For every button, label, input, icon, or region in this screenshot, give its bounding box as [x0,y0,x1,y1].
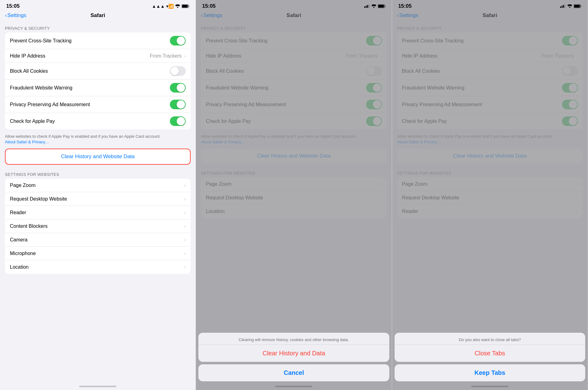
chevron-reader-1: › [184,210,186,215]
websites-group-1: Page Zoom › Request Desktop Website › Re… [5,179,191,274]
row-content-blockers-1[interactable]: Content Blockers › [5,219,191,233]
status-time-1: 15:05 [6,3,19,9]
chevron-hide-ip-1: › [184,53,186,59]
row-reader-1[interactable]: Reader › [5,206,191,219]
privacy-group-1: Prevent Cross-Site Tracking Hide IP Addr… [5,32,191,129]
home-indicator-1 [0,384,196,390]
row-location-1[interactable]: Location › [5,260,191,274]
svg-rect-2 [182,5,188,7]
row-hide-ip-1[interactable]: Hide IP Address From Trackers › [5,49,191,63]
section-header-websites-1: SETTINGS FOR WEBSITES [0,167,196,179]
label-hide-ip-1: Hide IP Address [10,53,150,59]
scroll-area-1[interactable]: PRIVACY & SECURITY Prevent Cross-Site Tr… [0,21,196,384]
close-tabs-btn-3[interactable]: Close Tabs [395,345,585,362]
status-icons-1: ▲▲▲ ▾📶 [152,4,190,9]
back-button-1[interactable]: ‹ Settings [5,12,26,19]
action-sheet-3: Do you also want to close all tabs? Clos… [392,333,588,390]
action-sheet-2: Clearing will remove history, cookies an… [196,333,391,390]
toggle-privacy-ad-1[interactable] [170,100,186,109]
value-hide-ip-1: From Trackers [150,53,182,59]
label-content-blockers-1: Content Blockers [10,223,183,229]
clear-history-data-btn-2[interactable]: Clear History and Data [198,345,389,362]
chevron-camera-1: › [184,237,186,243]
action-sheet-cancel-2: Cancel [198,364,389,381]
back-chevron-1: ‹ [5,12,7,19]
action-sheet-card-2: Clearing will remove history, cookies an… [198,333,389,362]
action-sheet-message-2: Clearing will remove history, cookies an… [198,333,389,344]
chevron-page-zoom-1: › [184,183,186,188]
signal-icon-1: ▲▲▲ [152,4,165,9]
toggle-prevent-tracking-1[interactable] [170,36,186,46]
row-request-desktop-1[interactable]: Request Desktop Website › [5,192,191,206]
label-location-1: Location [10,264,183,270]
toggle-fraud-warning-1[interactable] [170,83,186,93]
footnote-link-1[interactable]: About Safari & Privacy… [5,140,49,144]
row-microphone-1[interactable]: Microphone › [5,247,191,260]
label-privacy-ad-1: Privacy Preserving Ad Measurement [10,102,170,107]
battery-icon-1 [182,4,189,8]
label-page-zoom-1: Page Zoom [10,183,183,188]
row-page-zoom-1[interactable]: Page Zoom › [5,179,191,192]
chevron-content-blockers-1: › [184,223,186,229]
label-reader-1: Reader [10,210,183,215]
action-sheet-overlay-2: Clearing will remove history, cookies an… [196,0,391,390]
keep-tabs-btn-3[interactable]: Keep Tabs [395,364,585,381]
footnote-1: Allow websites to check if Apple Pay is … [0,132,196,147]
toggle-apple-pay-1[interactable] [170,116,186,126]
row-camera-1[interactable]: Camera › [5,233,191,247]
panel-3: 15:05 ‹ Settings Safari [392,0,588,390]
back-label-1: Settings [7,12,26,19]
panel-2: 15:05 ‹ Settings Safari [196,0,392,390]
label-microphone-1: Microphone [10,251,183,256]
chevron-request-desktop-1: › [184,196,186,202]
label-block-cookies-1: Block All Cookies [10,68,170,74]
cancel-btn-2[interactable]: Cancel [198,364,389,381]
label-camera-1: Camera [10,237,183,243]
svg-rect-1 [189,6,190,7]
wifi-icon-svg-1 [175,4,180,8]
row-fraud-warning-1: Fraudulent Website Warning [5,80,191,96]
chevron-location-1: › [184,264,186,270]
row-privacy-ad-1: Privacy Preserving Ad Measurement [5,96,191,113]
home-bar-1 [79,386,116,387]
nav-title-1: Safari [91,12,105,19]
row-prevent-tracking-1: Prevent Cross-Site Tracking [5,32,191,49]
label-fraud-warning-1: Fraudulent Website Warning [10,85,170,91]
action-sheet-card-3: Do you also want to close all tabs? Clos… [395,333,585,362]
label-request-desktop-1: Request Desktop Website [10,196,183,202]
toggle-block-cookies-1[interactable] [170,66,186,76]
clear-history-btn-1[interactable]: Clear History and Website Data [5,149,191,165]
wifi-icon-1: ▾📶 [166,4,174,9]
status-bar-1: 15:05 ▲▲▲ ▾📶 [0,0,196,11]
action-sheet-message-3: Do you also want to close all tabs? [395,333,585,344]
action-sheet-keep-3: Keep Tabs [395,364,585,381]
row-block-cookies-1: Block All Cookies [5,63,191,80]
chevron-microphone-1: › [184,251,186,256]
section-header-privacy-1: PRIVACY & SECURITY [0,21,196,32]
label-apple-pay-1: Check for Apple Pay [10,119,170,124]
row-apple-pay-1: Check for Apple Pay [5,113,191,129]
label-prevent-tracking-1: Prevent Cross-Site Tracking [10,38,170,44]
nav-bar-1: ‹ Settings Safari [0,11,196,21]
action-sheet-overlay-3: Do you also want to close all tabs? Clos… [392,0,588,390]
panel-1: 15:05 ▲▲▲ ▾📶 ‹ Settings Safari PRIVACY &… [0,0,196,390]
